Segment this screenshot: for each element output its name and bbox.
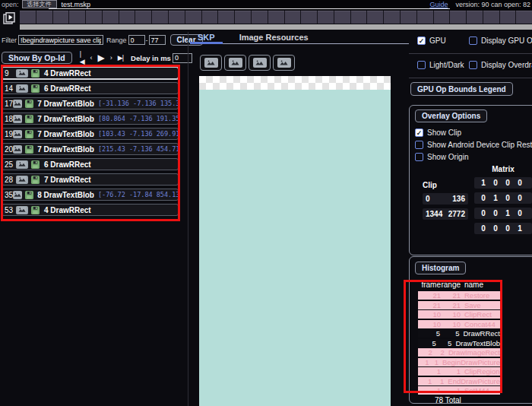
frame-thumbnail[interactable]	[367, 11, 383, 24]
step-forward-icon[interactable]: ›	[110, 54, 112, 62]
show-android-clip-checkbox[interactable]	[415, 141, 423, 149]
frame-thumbnail[interactable]	[268, 11, 284, 24]
op-save-icon[interactable]	[25, 145, 33, 154]
op-list-row[interactable]: 287 DrawRRect	[2, 173, 179, 186]
op-image-icon[interactable]	[13, 145, 22, 154]
histogram-row[interactable]: 1010ClipRect	[418, 310, 500, 319]
zoom-thumbnail-button[interactable]	[249, 55, 271, 71]
frame-thumbnail[interactable]	[235, 11, 251, 24]
range-max-input[interactable]	[149, 35, 166, 45]
op-list-row[interactable]: 177 DrawTextBlob[-31.136 -7.136 135.352 …	[2, 97, 179, 109]
op-image-icon[interactable]	[16, 206, 28, 214]
frame-strip[interactable]	[20, 11, 532, 24]
frame-thumbnail[interactable]	[516, 11, 532, 24]
play-icon[interactable]: ▶	[98, 52, 104, 63]
tab-image-resources[interactable]: Image Resources	[232, 32, 316, 44]
light-dark-item[interactable]: Light/Dark	[417, 61, 464, 69]
display-overdraw-item[interactable]: Display Overdraw Viz	[469, 61, 532, 69]
op-save-icon[interactable]	[31, 69, 40, 78]
show-android-clip-item[interactable]: Show Android Device Clip Restriction	[415, 141, 532, 149]
op-save-icon[interactable]	[31, 160, 40, 169]
frame-thumbnail[interactable]	[36, 11, 52, 24]
histogram-row[interactable]: 55DrawRRect	[418, 329, 500, 338]
show-origin-checkbox[interactable]	[415, 153, 423, 161]
histogram-row[interactable]: 11BeginDrawPicture	[418, 358, 500, 366]
overlay-options-button[interactable]: Overlay Options	[415, 109, 487, 122]
frame-thumbnail[interactable]	[103, 11, 119, 24]
histogram-row[interactable]: 22DrawImageRect	[418, 348, 500, 357]
frame-thumbnail[interactable]	[500, 11, 516, 24]
frame-strip-scrollbar[interactable]	[20, 24, 532, 30]
frame-thumbnail[interactable]	[119, 11, 135, 24]
histogram-row[interactable]: 11SetM44	[418, 386, 500, 395]
frame-thumbnail[interactable]	[285, 11, 301, 24]
op-list-row[interactable]: 187 DrawTextBlob[80.864 -7.136 191.352 6…	[2, 113, 179, 125]
op-image-icon[interactable]	[13, 100, 22, 108]
op-list-row[interactable]: 207 DrawTextBlob[215.43 -7.136 454.715 6…	[2, 143, 179, 155]
op-image-icon[interactable]	[13, 115, 22, 123]
op-list-row[interactable]: 256 DrawRRect	[2, 158, 179, 170]
histogram-row[interactable]: 11EndDrawPicture	[418, 377, 500, 385]
step-back-icon[interactable]: ‹	[90, 54, 92, 62]
op-list-row[interactable]: 534 DrawRRect	[2, 204, 179, 216]
op-image-icon[interactable]	[16, 84, 28, 93]
display-overdraw-checkbox[interactable]	[469, 61, 477, 69]
histogram-row[interactable]: 11ClipRegion	[418, 367, 500, 376]
filter-input[interactable]	[18, 35, 103, 45]
zoom-thumbnail-button[interactable]	[200, 55, 222, 71]
histogram-row[interactable]: 55DrawTextBlob	[418, 339, 500, 347]
frame-thumbnail[interactable]	[202, 11, 218, 24]
tab-skp[interactable]: SKP	[190, 32, 223, 44]
frame-thumbnail[interactable]	[169, 11, 185, 24]
op-save-icon[interactable]	[25, 191, 33, 199]
gpu-op-bounds-legend-button[interactable]: GPU Op Bounds Legend	[410, 82, 513, 96]
frame-thumbnail[interactable]	[401, 11, 416, 24]
frame-thumbnail[interactable]	[53, 11, 69, 24]
frame-thumbnail[interactable]	[69, 11, 85, 24]
frame-thumbnail[interactable]	[20, 11, 36, 24]
light-dark-checkbox[interactable]	[417, 61, 426, 69]
op-image-icon[interactable]	[16, 69, 28, 78]
frame-thumbnail[interactable]	[135, 11, 151, 24]
op-list-row[interactable]: 358 DrawTextBlob[-76.72 -17.84 854.138 1…	[2, 189, 179, 201]
frame-thumbnail[interactable]	[434, 11, 450, 24]
frame-thumbnail[interactable]	[301, 11, 317, 24]
frame-thumbnail[interactable]	[152, 11, 168, 24]
zoom-thumbnail-button[interactable]	[273, 55, 295, 71]
frame-thumbnail[interactable]	[318, 11, 334, 24]
frame-thumbnail[interactable]	[483, 11, 499, 24]
frame-thumbnail[interactable]	[334, 11, 350, 24]
op-image-icon[interactable]	[16, 176, 28, 184]
op-save-icon[interactable]	[31, 206, 40, 214]
histogram-row[interactable]: 2121Save	[418, 301, 500, 309]
frame-thumbnail[interactable]	[467, 11, 483, 24]
op-list-row[interactable]: 146 DrawRRect	[2, 82, 179, 94]
show-origin-item[interactable]: Show Origin	[415, 153, 532, 161]
frame-thumbnail[interactable]	[218, 11, 234, 24]
gpu-checkbox[interactable]: ✓	[417, 36, 426, 45]
op-save-icon[interactable]	[31, 176, 40, 184]
skip-to-end-icon[interactable]: ▶|	[118, 54, 123, 62]
frame-thumbnail[interactable]	[185, 11, 201, 24]
skip-to-start-icon[interactable]: |◀	[80, 50, 84, 65]
op-save-icon[interactable]	[25, 100, 33, 108]
frame-thumbnail[interactable]	[417, 11, 433, 24]
skp-canvas[interactable]	[199, 76, 391, 406]
display-gpu-bounds-item[interactable]: Display GPU Op Bounds	[469, 36, 532, 45]
range-min-input[interactable]	[128, 35, 145, 45]
frame-thumbnail[interactable]	[252, 11, 268, 24]
show-by-opid-button[interactable]: Show By Op-Id	[2, 52, 72, 64]
op-image-icon[interactable]	[16, 160, 28, 169]
op-image-icon[interactable]	[13, 130, 22, 138]
frame-thumbnail[interactable]	[86, 11, 102, 24]
op-save-icon[interactable]	[25, 115, 33, 123]
frame-playback-icon[interactable]	[3, 12, 16, 24]
frame-thumbnail[interactable]	[450, 11, 466, 24]
show-clip-item[interactable]: ✓ Show Clip	[415, 128, 532, 137]
op-save-icon[interactable]	[25, 130, 33, 138]
gpu-checkbox-item[interactable]: ✓ GPU	[417, 36, 446, 45]
choose-file-button[interactable]: 选择文件	[22, 0, 57, 8]
histogram-row[interactable]: 2121Restore	[418, 291, 500, 300]
histogram-row[interactable]: 1010Concat44	[418, 320, 500, 328]
show-clip-checkbox[interactable]: ✓	[415, 128, 423, 137]
